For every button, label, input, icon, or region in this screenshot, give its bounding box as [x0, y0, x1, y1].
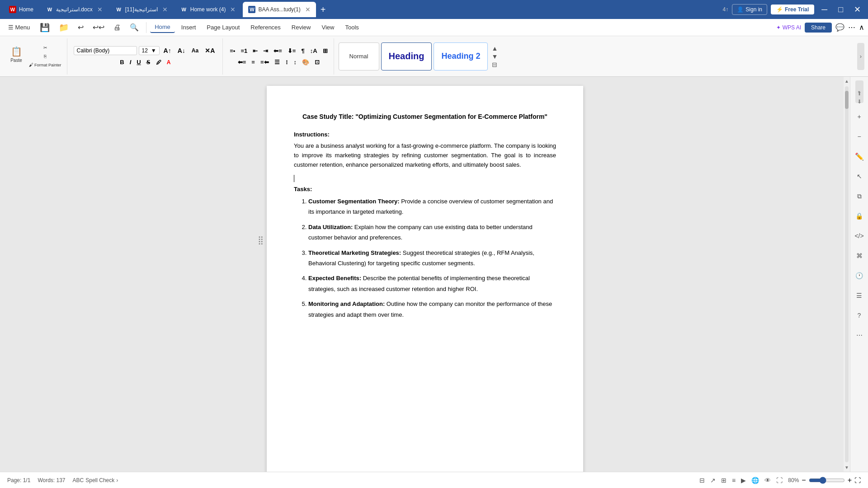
align-center-button[interactable]: ≡: [249, 58, 257, 66]
decrease-indent-button[interactable]: ⇤: [250, 47, 260, 55]
scrollbar-thumb[interactable]: [845, 91, 849, 109]
paste-button[interactable]: 📋 Paste: [7, 44, 25, 68]
free-trial-button[interactable]: ⚡ Free Trial: [771, 5, 814, 14]
more-options-button[interactable]: ⋯: [848, 23, 855, 32]
tab-doc2[interactable]: W [11]استراتيجية ✕: [110, 2, 173, 17]
gallery-expand-button[interactable]: ⊟: [491, 61, 498, 68]
menu-page-layout[interactable]: Page Layout: [202, 22, 244, 33]
format-painter-button[interactable]: 🖌 Format Painter: [27, 61, 63, 68]
share-button[interactable]: Share: [805, 23, 832, 33]
paragraph-marks-button[interactable]: ¶: [299, 47, 307, 55]
play-button[interactable]: ▶: [741, 477, 746, 484]
columns-button[interactable]: ⫶: [283, 58, 291, 66]
sidebar-code-icon[interactable]: </>: [853, 230, 866, 242]
close-icon-4[interactable]: ✕: [305, 6, 311, 13]
numbering-button[interactable]: ≡1: [238, 47, 250, 55]
style-normal-button[interactable]: Normal: [339, 42, 379, 70]
table-settings-button[interactable]: ⊞: [321, 47, 330, 55]
menu-save[interactable]: 💾: [36, 22, 53, 33]
comments-button[interactable]: 💬: [835, 23, 844, 32]
sidebar-lock-icon[interactable]: 🔒: [853, 210, 866, 222]
line-spacing-button[interactable]: ↕: [292, 58, 299, 66]
view-toggle-2[interactable]: ↗: [710, 477, 716, 484]
font-size-selector[interactable]: 12 ▼: [139, 46, 160, 55]
scroll-top-button[interactable]: ⬆: [857, 90, 862, 97]
menu-home[interactable]: Home: [150, 22, 175, 33]
gallery-down-button[interactable]: ▼: [491, 53, 498, 60]
clear-format-button[interactable]: ✕A: [203, 46, 217, 55]
maximize-button[interactable]: □: [835, 3, 847, 16]
document-area[interactable]: ▲ ▼ ⣿ Case Study Title: "Optimizing Cust…: [0, 77, 850, 472]
borders-button[interactable]: ⊡: [312, 58, 322, 66]
scroll-up-button[interactable]: ▲: [843, 77, 850, 85]
gallery-up-button[interactable]: ▲: [491, 45, 498, 52]
scroll-down-button[interactable]: ▼: [843, 463, 850, 472]
view-toggle-1[interactable]: ⊟: [699, 477, 705, 484]
menu-search[interactable]: 🔍: [126, 22, 142, 33]
sidebar-copy-doc-icon[interactable]: ⧉: [853, 190, 866, 202]
zoom-in-button[interactable]: +: [848, 476, 852, 484]
new-tab-button[interactable]: +: [318, 5, 329, 15]
justify-button[interactable]: ☰: [272, 58, 282, 66]
close-button[interactable]: ✕: [850, 3, 864, 16]
zoom-out-button[interactable]: −: [802, 476, 806, 484]
decrease-indent2-button[interactable]: ⬅≡: [271, 47, 284, 55]
fit-page-button[interactable]: ⛶: [854, 477, 861, 484]
sidebar-network-icon[interactable]: ⌘: [853, 249, 866, 262]
list-level-button[interactable]: ⬇≡: [285, 47, 298, 55]
menu-undo[interactable]: ↩: [74, 22, 87, 33]
shading-button[interactable]: 🎨: [300, 58, 311, 66]
increase-indent-button[interactable]: ⇥: [261, 47, 270, 55]
bullets-button[interactable]: ≡•: [227, 47, 237, 55]
cut-button[interactable]: ✂: [27, 44, 63, 51]
sidebar-help-icon[interactable]: ?: [853, 309, 866, 322]
sidebar-list-icon[interactable]: ☰: [853, 289, 866, 302]
sidebar-zoom-out-icon[interactable]: −: [853, 130, 866, 143]
spell-check-item[interactable]: ABC Spell Check ›: [73, 477, 118, 483]
copy-button[interactable]: ⎘: [27, 53, 63, 60]
menu-hamburger[interactable]: ☰ Menu: [4, 22, 34, 33]
scroll-bottom-button[interactable]: ⬇: [857, 99, 862, 105]
menu-insert[interactable]: Insert: [177, 22, 201, 33]
minimize-button[interactable]: ─: [818, 3, 831, 16]
collapse-ribbon-button[interactable]: ∧: [859, 23, 864, 32]
sort-button[interactable]: ↕A: [308, 47, 320, 55]
view-list-toggle[interactable]: ≡: [732, 477, 736, 484]
font-shrink-button[interactable]: A↓: [175, 46, 188, 55]
sidebar-zoom-in-icon[interactable]: +: [853, 110, 866, 123]
vertical-scrollbar[interactable]: ▲ ▼: [844, 77, 850, 472]
strikethrough-button[interactable]: S̶: [144, 58, 153, 66]
font-family-selector[interactable]: Calibri (Body): [74, 46, 137, 55]
zoom-slider[interactable]: [809, 477, 845, 484]
tab-home[interactable]: W Home: [4, 2, 39, 17]
view-mode-toggle[interactable]: 👁: [764, 477, 771, 484]
close-icon-1[interactable]: ✕: [97, 6, 103, 13]
close-icon-2[interactable]: ✕: [162, 6, 168, 13]
tab-doc4[interactable]: W BAA Ass...tudy(1) ✕: [243, 2, 316, 17]
font-case-button[interactable]: Aa: [189, 47, 201, 55]
style-heading2-button[interactable]: Heading 2: [434, 42, 488, 70]
view-toggle-3[interactable]: ⊞: [721, 477, 726, 484]
style-heading1-button[interactable]: Heading: [381, 42, 432, 70]
wps-ai-button[interactable]: ✦ WPS AI: [776, 24, 801, 31]
fullscreen-button[interactable]: ⛶: [776, 477, 783, 484]
menu-view[interactable]: View: [317, 22, 339, 33]
highlight-button[interactable]: 🖊: [154, 58, 164, 66]
font-color-button[interactable]: A: [165, 58, 173, 66]
menu-print[interactable]: 🖨: [110, 23, 124, 33]
font-grow-button[interactable]: A↑: [161, 46, 174, 55]
close-icon-3[interactable]: ✕: [230, 6, 236, 13]
sidebar-more-icon[interactable]: ⋯: [853, 329, 866, 342]
sidebar-pen-icon[interactable]: ✏️: [853, 150, 866, 163]
tab-doc1[interactable]: W استراتيجية.docx ✕: [41, 2, 108, 17]
menu-review[interactable]: Review: [287, 22, 316, 33]
globe-icon[interactable]: 🌐: [751, 477, 759, 484]
menu-redo[interactable]: ↩↩: [89, 22, 108, 33]
ribbon-right-expand[interactable]: ›: [857, 43, 864, 70]
align-right-button[interactable]: ≡⬅: [258, 58, 271, 66]
drag-handle[interactable]: ⣿: [258, 235, 264, 245]
italic-button[interactable]: I: [127, 58, 134, 66]
tab-doc3[interactable]: W Home work (4) ✕: [175, 2, 241, 17]
menu-folder[interactable]: 📁: [55, 22, 72, 33]
menu-tools[interactable]: Tools: [340, 22, 363, 33]
